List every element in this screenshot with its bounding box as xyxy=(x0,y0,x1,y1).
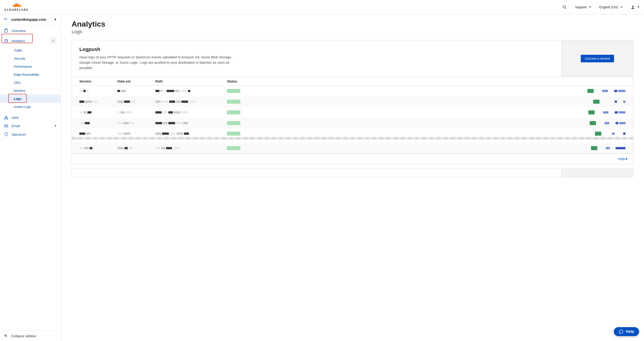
col-status: Status xyxy=(227,79,272,83)
page-title: Analytics xyxy=(72,20,633,28)
help-link[interactable]: Help xyxy=(618,157,628,161)
brand-logo[interactable]: CLOUDFLARE xyxy=(4,3,28,11)
back-arrow-icon[interactable] xyxy=(4,17,8,22)
table-row[interactable] xyxy=(72,107,633,118)
fab-label: Help xyxy=(626,329,634,334)
svg-point-0 xyxy=(563,5,566,8)
sidebar-item-analytics[interactable]: Analytics xyxy=(0,35,60,46)
sidebar-sub-edge-reachability[interactable]: Edge Reachability xyxy=(0,71,60,79)
sidebar-item-label: Analytics xyxy=(12,39,25,43)
sidebar-nav: Overview Analytics Traffic Security Perf… xyxy=(0,25,60,331)
sidebar-sub-dns[interactable]: DNS xyxy=(0,79,60,87)
sitemap-icon xyxy=(4,116,8,120)
sidebar-item-label: Overview xyxy=(12,29,26,33)
pie-chart-icon xyxy=(4,39,8,43)
svg-line-1 xyxy=(565,7,566,9)
brand-text: CLOUDFLARE xyxy=(4,8,28,11)
svg-marker-4 xyxy=(55,18,56,21)
account-menu[interactable] xyxy=(630,5,640,9)
sidebar-item-label: Email xyxy=(12,124,20,128)
table-row[interactable] xyxy=(72,118,633,128)
chevron-down-icon xyxy=(620,6,622,8)
help-fab[interactable]: Help xyxy=(614,327,639,336)
sidebar-sub-instant-logs[interactable]: Instant Logs xyxy=(0,103,60,111)
svg-rect-10 xyxy=(7,118,8,119)
sidebar-sub-workers[interactable]: Workers xyxy=(0,87,60,95)
language-label: English (US) xyxy=(599,5,618,9)
cloud-icon xyxy=(10,3,22,8)
help-label: Help xyxy=(618,157,625,161)
table-row[interactable] xyxy=(72,128,633,143)
table-row[interactable] xyxy=(72,143,633,154)
collapse-toggle[interactable] xyxy=(50,37,56,44)
clipboard-icon xyxy=(4,28,8,33)
col-service: Service xyxy=(80,79,118,83)
connect-service-button[interactable]: Connect a service xyxy=(581,55,614,62)
chevron-down-icon xyxy=(589,6,591,8)
sidebar-item-overview[interactable]: Overview xyxy=(0,26,60,35)
collapse-sidebar-button[interactable]: Collapse sidebar xyxy=(0,331,60,341)
logpush-table-body xyxy=(72,86,633,154)
sidebar-item-label: Logs xyxy=(14,97,21,101)
sidebar-sub-performance[interactable]: Performance xyxy=(0,62,60,71)
sidebar-item-spectrum[interactable]: Spectrum xyxy=(0,130,60,139)
sidebar-item-dns[interactable]: DNS xyxy=(0,113,60,122)
card-footer: Help xyxy=(72,154,633,164)
sidebar-sub-traffic[interactable]: Traffic xyxy=(0,46,60,54)
chevron-right-icon[interactable] xyxy=(55,18,56,22)
support-label: Support xyxy=(575,5,587,9)
sidebar-item-email[interactable]: Email xyxy=(0,122,60,130)
language-menu[interactable]: English (US) xyxy=(599,5,622,9)
logpush-title: Logpush xyxy=(80,46,554,52)
svg-marker-15 xyxy=(626,158,628,160)
search-icon[interactable] xyxy=(562,5,567,9)
caret-up-icon xyxy=(52,40,54,41)
custom-fields-card xyxy=(72,169,633,177)
sidebar: contentkingapp.com Overview Analytics Tr… xyxy=(0,14,61,341)
domain-name[interactable]: contentkingapp.com xyxy=(11,18,52,22)
sidebar-item-label: Spectrum xyxy=(12,132,26,136)
sidebar-item-label: DNS xyxy=(12,116,19,120)
table-row[interactable] xyxy=(72,86,633,96)
svg-rect-11 xyxy=(5,125,8,127)
shield-icon xyxy=(4,132,8,136)
sidebar-sub-security[interactable]: Security xyxy=(0,54,60,62)
col-path: Path xyxy=(156,79,227,83)
collapse-icon xyxy=(4,334,8,338)
top-bar: CLOUDFLARE Support English (US) xyxy=(0,0,644,14)
collapse-label: Collapse sidebar xyxy=(11,334,36,338)
logpush-card: Logpush Have logs of your HTTP requests … xyxy=(72,40,633,164)
main-content: Analytics Logs Logpush Have logs of your… xyxy=(61,14,644,341)
topbar-actions: Support English (US) xyxy=(562,5,640,9)
svg-rect-9 xyxy=(4,118,5,119)
col-dataset: Data set xyxy=(118,79,156,83)
sidebar-header: contentkingapp.com xyxy=(0,14,60,25)
redacted-strip xyxy=(72,137,633,140)
page-subtitle: Logs xyxy=(72,29,633,35)
svg-point-2 xyxy=(632,5,634,7)
table-row[interactable] xyxy=(72,96,633,107)
chevron-down-icon xyxy=(54,125,56,127)
sidebar-sub-logs[interactable]: Logs xyxy=(0,95,60,103)
chevron-down-icon xyxy=(637,6,640,8)
logpush-description: Have logs of your HTTP requests or Spect… xyxy=(80,54,240,71)
email-icon xyxy=(4,124,8,128)
support-menu[interactable]: Support xyxy=(575,5,591,9)
svg-rect-8 xyxy=(5,116,6,117)
logpush-table-header: Service Data set Path Status xyxy=(72,77,633,86)
